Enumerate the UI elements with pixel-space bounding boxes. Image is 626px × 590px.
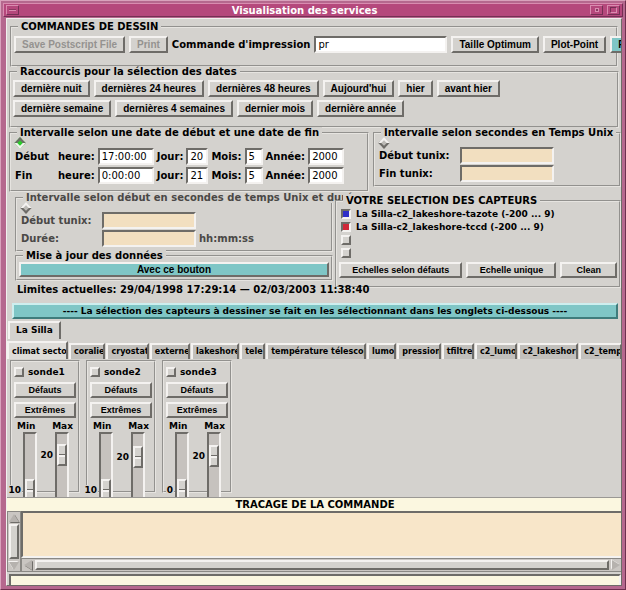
- scroll-left-button[interactable]: [22, 560, 34, 571]
- min-label: Min: [17, 421, 35, 431]
- tab-climat-sector[interactable]: climat sector: [7, 341, 68, 359]
- annee-label: Année:: [266, 170, 306, 181]
- sonde1-extremes-button[interactable]: Extrêmes: [14, 402, 76, 418]
- sensor-checkbox-checked-icon[interactable]: [341, 209, 351, 219]
- dates-radio-icon[interactable]: [14, 137, 25, 148]
- sonde2-max-slider[interactable]: 20: [131, 432, 145, 504]
- derniere-nuit-button[interactable]: dernière nuit: [13, 80, 90, 97]
- dernieres-48h-button[interactable]: dernières 48 heures: [208, 80, 319, 97]
- duree-label: Durée:: [21, 233, 99, 244]
- avec-ce-bouton-button[interactable]: Avec ce bouton: [19, 262, 329, 277]
- intervalle-duree-frame-title: Intervalle selon début en secondes de te…: [23, 192, 363, 203]
- tab-c2-lakeshore[interactable]: c2_lakeshore: [518, 343, 579, 359]
- intervalle-duree-frame: Intervalle selon début en secondes de te…: [15, 197, 333, 252]
- debut-row-label: Début: [15, 151, 55, 162]
- print-command-label: Commande d'impression: [172, 39, 311, 50]
- sonde3-min-slider[interactable]: 0: [175, 432, 189, 504]
- debut-annee-input[interactable]: [308, 148, 344, 165]
- maximize-button[interactable]: [607, 5, 620, 15]
- command-trace-textarea[interactable]: [21, 511, 622, 558]
- dernieres-4-semaines-button[interactable]: dernières 4 semaines: [115, 100, 233, 117]
- dernier-mois-button[interactable]: dernier mois: [237, 100, 313, 117]
- min-label: Min: [169, 421, 187, 431]
- tab-cryostat[interactable]: cryostat: [106, 343, 148, 359]
- sonde3-max-slider[interactable]: 20: [207, 432, 221, 504]
- duree-input[interactable]: [102, 230, 196, 247]
- sonde2-extremes-button[interactable]: Extrêmes: [90, 402, 152, 418]
- title-bar[interactable]: Visualisation des services: [3, 3, 623, 17]
- duree-debut-input[interactable]: [102, 212, 196, 229]
- fin-annee-input[interactable]: [308, 167, 344, 184]
- slider-thumb[interactable]: [57, 444, 67, 466]
- horizontal-scrollbar[interactable]: [21, 558, 622, 572]
- fin-jour-input[interactable]: [186, 167, 208, 184]
- dernieres-24h-button[interactable]: dernières 24 heures: [94, 80, 205, 97]
- sonde2-checkbox[interactable]: [90, 367, 100, 377]
- sonde1-max-slider[interactable]: 20: [55, 432, 69, 504]
- scroll-up-button[interactable]: [8, 512, 20, 523]
- sonde3-label: sonde3: [180, 367, 217, 377]
- tab-temperature-telescope[interactable]: température télescope: [266, 343, 366, 359]
- sonde1-checkbox[interactable]: [14, 367, 24, 377]
- slider-thumb[interactable]: [209, 445, 219, 467]
- tab-lumo[interactable]: lumo: [367, 343, 396, 359]
- iconify-button[interactable]: [590, 5, 603, 15]
- aujourdhui-button[interactable]: Aujourd'hui: [323, 80, 395, 97]
- debut-heure-input[interactable]: [98, 148, 154, 165]
- fin-mois-input[interactable]: [245, 167, 263, 184]
- sensor-checkbox-checked-icon[interactable]: [341, 222, 351, 232]
- tab-externe[interactable]: externe: [150, 343, 190, 359]
- tab-coralie[interactable]: coralie: [69, 343, 105, 359]
- avant-hier-button[interactable]: avant hier: [437, 80, 500, 97]
- slider-thumb[interactable]: [133, 446, 143, 468]
- clean-button[interactable]: Clean: [560, 262, 617, 278]
- plot-point-button[interactable]: Plot-Point: [543, 36, 606, 53]
- unix-debut-input[interactable]: [460, 147, 554, 164]
- unix-fin-input[interactable]: [460, 165, 554, 182]
- tab-lakeshore[interactable]: lakeshore: [191, 343, 239, 359]
- tab-pression[interactable]: pression: [397, 343, 440, 359]
- window-title: Visualisation des services: [21, 5, 588, 16]
- derniere-semaine-button[interactable]: dernière semaine: [13, 100, 111, 117]
- application-window: Visualisation des services COMMANDES DE …: [0, 0, 626, 590]
- sonde3-checkbox[interactable]: [166, 367, 176, 377]
- derniere-annee-button[interactable]: dernière année: [317, 100, 404, 117]
- save-postscript-button[interactable]: Save Postscript File: [14, 36, 125, 53]
- sonde3-defauts-button[interactable]: Défauts: [166, 382, 228, 398]
- print-command-input[interactable]: [314, 36, 447, 53]
- vertical-scroll-thumb[interactable]: [9, 524, 19, 559]
- sonde3-panel: sonde3 Défauts Extrêmes Min Max 0 20: [162, 360, 232, 493]
- sonde2-defauts-button[interactable]: Défauts: [90, 382, 152, 398]
- duree-hint-label: hh:mm:ss: [199, 233, 254, 244]
- fin-heure-input[interactable]: [98, 167, 154, 184]
- echelles-defauts-button[interactable]: Echelles selon défauts: [339, 262, 462, 278]
- sensor-checkbox-empty-icon[interactable]: [341, 235, 351, 245]
- taille-optimum-button[interactable]: Taille Optimum: [451, 36, 539, 53]
- sonde3-extremes-button[interactable]: Extrêmes: [166, 402, 228, 418]
- vertical-scrollbar[interactable]: [7, 511, 21, 572]
- scroll-right-button[interactable]: [610, 560, 622, 571]
- horizontal-scroll-thumb[interactable]: [35, 560, 609, 570]
- tab-la-silla[interactable]: La Silla: [8, 321, 61, 339]
- print-button[interactable]: Print: [129, 36, 168, 53]
- arrow-down-icon: [9, 562, 19, 570]
- plot-button[interactable]: Plot: [610, 36, 622, 53]
- sonde1-min-slider[interactable]: 10: [23, 432, 37, 504]
- scroll-down-button[interactable]: [8, 560, 20, 571]
- max-label: Max: [128, 421, 149, 431]
- selection-capteurs-frame-title: VOTRE SELECTION DES CAPTEURS: [343, 195, 540, 206]
- status-entry[interactable]: [9, 574, 621, 586]
- debut-mois-input[interactable]: [245, 148, 263, 165]
- sensor-checkbox-empty-icon[interactable]: [341, 248, 351, 258]
- tab-c2-temp[interactable]: c2_temp: [579, 343, 622, 359]
- tab-tfiltre[interactable]: tfiltre: [442, 343, 474, 359]
- tab-c2-lumo[interactable]: c2_lumo: [475, 343, 517, 359]
- debut-jour-input[interactable]: [186, 148, 208, 165]
- tab-tele[interactable]: tele: [240, 343, 265, 359]
- sonde1-defauts-button[interactable]: Défauts: [14, 382, 76, 398]
- jour-label: Jour:: [157, 151, 184, 162]
- sonde2-min-slider[interactable]: 10: [99, 432, 113, 504]
- echelle-unique-button[interactable]: Echelle unique: [466, 262, 556, 278]
- hier-button[interactable]: hier: [398, 80, 432, 97]
- window-menu-button[interactable]: [6, 5, 19, 15]
